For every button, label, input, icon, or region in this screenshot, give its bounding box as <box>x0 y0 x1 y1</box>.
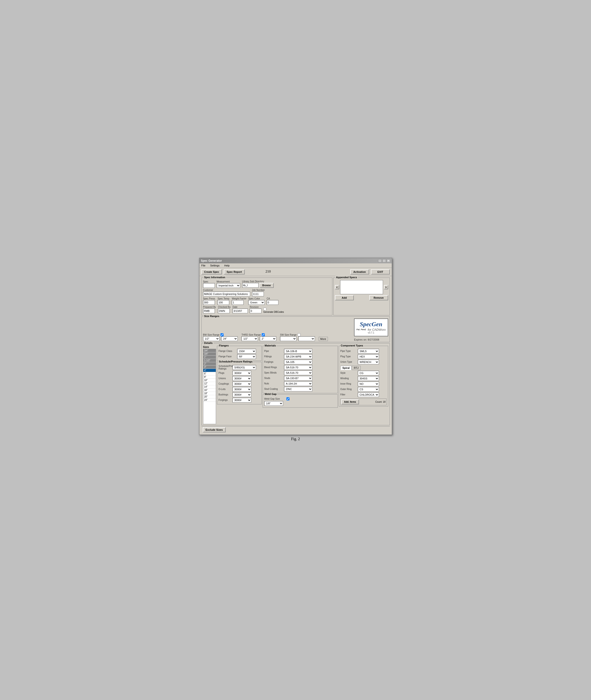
add-button[interactable]: Add <box>335 295 354 300</box>
prepared-by-input[interactable] <box>203 309 215 313</box>
activation-button[interactable]: Activation <box>350 269 369 275</box>
forgings-select[interactable]: 3000# <box>233 398 251 402</box>
list-item[interactable]: 24" <box>203 398 216 402</box>
style-select[interactable]: CG <box>358 371 379 375</box>
minimize-button[interactable]: _ <box>378 259 382 262</box>
thrd-checkbox[interactable] <box>262 333 265 336</box>
maximize-button[interactable]: □ <box>382 259 386 262</box>
more-button[interactable]: More <box>319 337 328 341</box>
revision-field-group: Revision <box>250 306 261 313</box>
studs-mat-select[interactable]: SA-193-B7 <box>284 376 312 381</box>
stud-coating-mat-select[interactable]: ZINC <box>284 387 312 391</box>
list-item[interactable]: 3/4" <box>203 349 216 353</box>
add-items-button[interactable]: Add. Items <box>341 399 359 404</box>
plugs-select[interactable]: 3000# <box>233 371 251 375</box>
thrd-min-select[interactable]: 1/2" <box>242 336 258 341</box>
spec-temp-input[interactable] <box>217 300 229 305</box>
list-item[interactable]: 16" <box>203 389 216 392</box>
bw-max-select[interactable]: 24" <box>221 336 238 341</box>
list-item[interactable]: 6" <box>203 372 216 375</box>
sw-max-select[interactable] <box>299 336 315 341</box>
list-item[interactable]: 2" <box>203 362 216 366</box>
pipe-type-select[interactable]: SMLS <box>358 349 379 354</box>
weight-factor-input[interactable] <box>232 300 244 305</box>
browse-button[interactable]: Browse <box>260 283 274 288</box>
ca-input[interactable] <box>267 300 278 305</box>
spec-blinds-mat-select[interactable]: SA-516-70 <box>284 371 312 375</box>
thrd-size-range-group: THRD Size Range 1/2" - 2" <box>242 333 276 341</box>
couplings-select[interactable]: 3000# <box>233 382 251 386</box>
menu-file[interactable]: File <box>200 264 207 267</box>
create-spec-button[interactable]: Create Spec <box>201 269 222 275</box>
filler-select[interactable]: CHLOROCARB <box>358 392 379 397</box>
spec-report-button[interactable]: Spec Report <box>224 269 245 275</box>
exit-button[interactable]: EXIT <box>371 269 390 275</box>
checked-by-input[interactable] <box>218 309 229 313</box>
o-lets-select[interactable]: 3000# <box>233 387 251 392</box>
rtj-tab[interactable]: RTJ <box>352 366 360 370</box>
bw-label: BW Size Range <box>203 333 220 336</box>
menu-settings[interactable]: Settings <box>209 264 220 267</box>
list-item[interactable]: 3" <box>203 366 216 369</box>
date-input[interactable] <box>233 309 248 313</box>
job-number-input[interactable] <box>252 292 264 296</box>
outer-ring-select[interactable]: CS <box>358 387 379 392</box>
remove-button[interactable]: Remove <box>369 295 388 300</box>
spec-input[interactable] <box>203 283 215 288</box>
thrd-max-select[interactable]: 2" <box>260 336 276 341</box>
forgings-mat-label: Forgings <box>264 361 283 363</box>
bushings-select[interactable]: 3000# <box>233 392 251 397</box>
nuts-mat-select[interactable]: A-194-2H <box>284 381 312 386</box>
list-item[interactable]: 1-1/2" <box>203 359 216 362</box>
schedule-select[interactable]: S/80(XS) <box>233 365 256 370</box>
generate-dbcodes-checkbox[interactable] <box>263 308 266 311</box>
spec-press-input[interactable] <box>203 300 215 305</box>
measurement-select[interactable]: Imperial-Inch <box>217 283 240 288</box>
unions-select[interactable]: 3000# <box>233 376 251 381</box>
pipe-mat-select[interactable]: SA-106-B <box>284 349 312 354</box>
winding-select[interactable]: 304SS <box>358 376 379 381</box>
flange-class-select[interactable]: 150# <box>237 349 256 354</box>
flange-face-select[interactable]: RF <box>237 354 256 359</box>
nav-right-button[interactable]: > <box>384 285 388 289</box>
sw-min-select[interactable] <box>280 336 297 341</box>
customer-input[interactable] <box>203 292 250 296</box>
list-item[interactable]: 20" <box>203 395 216 398</box>
exclude-sizes-button[interactable]: Exclude Sizes <box>203 427 226 433</box>
sw-checkbox[interactable] <box>298 333 301 336</box>
spiral-tab[interactable]: Spiral <box>340 366 352 370</box>
fittings-mat-select[interactable]: SA-234-WPB <box>284 354 312 359</box>
list-item[interactable]: 4" <box>203 369 216 372</box>
menu-help[interactable]: Help <box>223 264 231 267</box>
revision-input[interactable] <box>250 309 261 313</box>
bw-min-select[interactable]: 1/2" <box>203 336 219 341</box>
list-item[interactable]: 3/4" <box>203 353 216 356</box>
union-type-select[interactable]: WRENCH <box>358 360 379 364</box>
nav-left-button[interactable]: < <box>335 285 339 289</box>
spec-color-select[interactable]: Green <box>248 300 265 305</box>
materials-panel: Materials Pipe SA-106-B Fittings SA-234-… <box>263 346 338 424</box>
nuts-mat-label: Nuts <box>264 382 283 385</box>
list-item[interactable]: 18" <box>203 392 216 395</box>
spec-info-label: Spec Information <box>203 276 226 279</box>
weld-gap-select[interactable]: 1/8" <box>264 401 283 406</box>
forgings-mat-select[interactable]: SA-105 <box>284 360 312 364</box>
bw-checkbox[interactable] <box>220 333 223 336</box>
library-input[interactable] <box>242 283 259 288</box>
list-item[interactable]: 8" <box>203 375 216 379</box>
weld-gap-checkbox[interactable] <box>286 397 289 400</box>
stud-coating-mat-label: Stud Coating <box>264 388 283 390</box>
flange-face-row: Flange Face RF <box>218 354 260 359</box>
spec-press-label: Spec Press. <box>203 297 216 300</box>
spec-blinds-mat-row: Spec Blinds SA-516-70 <box>264 371 336 375</box>
window-title: Spec Generator <box>201 259 222 262</box>
list-item[interactable]: 10" <box>203 379 216 382</box>
weight-factor-label: Weight Factor <box>232 297 246 300</box>
list-item[interactable]: 14" <box>203 385 216 389</box>
bleed-rings-mat-select[interactable]: SA-516-70 <box>284 365 312 370</box>
list-item[interactable]: 1" <box>203 356 216 359</box>
inner-ring-select[interactable]: NO <box>358 382 379 386</box>
plug-type-select[interactable]: HEX <box>358 354 379 359</box>
close-button[interactable]: ✕ <box>387 259 390 262</box>
list-item[interactable]: 12" <box>203 382 216 385</box>
